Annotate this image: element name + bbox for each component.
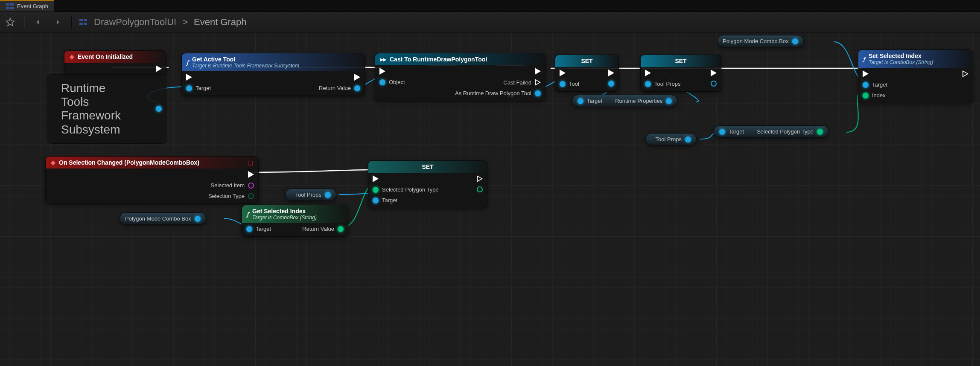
- exec-pin-out[interactable]: [608, 70, 614, 76]
- node-header: ◈ Event On Initialized: [64, 51, 166, 63]
- node-title: Get Active Tool: [192, 56, 299, 63]
- node-title: Get Selected Index: [252, 208, 317, 215]
- node-header: 𝑓 Get Active Tool Target is Runtime Tool…: [182, 53, 365, 71]
- pin-label: Return Value: [319, 85, 351, 91]
- exec-pin-out[interactable]: [156, 65, 162, 72]
- node-var-polygon-mode-combo-box-2[interactable]: Polygon Mode Combo Box: [120, 212, 206, 225]
- node-header: SET: [368, 161, 487, 173]
- nav-back-icon[interactable]: [32, 16, 44, 28]
- text: Framework: [61, 109, 146, 122]
- selection-type-pin[interactable]: [248, 193, 254, 199]
- pin-label: Selected Polygon Type: [382, 186, 439, 193]
- output-pin[interactable]: [685, 137, 691, 142]
- text: Runtime: [61, 81, 146, 95]
- set-label: SET: [422, 163, 433, 170]
- output-pin[interactable]: [792, 38, 798, 44]
- target-pin[interactable]: [578, 98, 583, 104]
- as-pin[interactable]: [535, 90, 541, 96]
- exec-pin-in[interactable]: [379, 68, 385, 75]
- text: Tools: [61, 95, 146, 109]
- text: Subsystem: [61, 123, 146, 137]
- toolbar-separator: [71, 16, 72, 29]
- node-header: ▸▸ Cast To RuntimeDrawPolygonTool: [375, 53, 545, 65]
- target-pin[interactable]: [246, 226, 252, 232]
- exec-pin-out[interactable]: [477, 175, 483, 182]
- node-var-polygon-mode-combo-box[interactable]: Polygon Mode Combo Box: [717, 35, 804, 47]
- node-header: SET: [555, 55, 618, 67]
- target-pin[interactable]: [186, 85, 192, 91]
- node-var-tool-props-2[interactable]: Tool Props: [285, 189, 336, 201]
- pin-label: Target: [872, 81, 887, 88]
- tab-event-graph[interactable]: Event Graph: [0, 0, 54, 12]
- node-set-selected-polygon-type[interactable]: SET Selected Polygon Type Target: [368, 160, 487, 208]
- breadcrumb: DrawPolygonToolUI > Event Graph: [79, 17, 247, 28]
- exec-pin-out[interactable]: [711, 70, 717, 76]
- nav-forward-icon[interactable]: [52, 16, 64, 28]
- toolprops-pin-in[interactable]: [645, 81, 651, 87]
- node-set-tool-props[interactable]: SET Tool Props: [640, 55, 721, 92]
- set-label: SET: [581, 58, 592, 64]
- tool-pin-in[interactable]: [560, 81, 566, 87]
- sel-poly-pin[interactable]: [373, 187, 379, 193]
- sel-poly-out-pin[interactable]: [477, 186, 483, 192]
- node-selected-polygon-type[interactable]: Target Selected Polygon Type: [714, 125, 828, 138]
- graph-canvas[interactable]: ◈ Event On Initialized Runtime Tools Fra…: [0, 32, 980, 366]
- node-set-selected-index[interactable]: 𝑓 Set Selected Index Target is ComboBox …: [858, 49, 973, 103]
- toolbar-separator: [24, 16, 24, 29]
- breadcrumb-separator: >: [182, 17, 188, 28]
- exec-pin-in[interactable]: [863, 70, 869, 77]
- toolprops-pin-out[interactable]: [711, 81, 717, 87]
- tab-bar: Event Graph: [0, 0, 980, 12]
- node-subsystem-variable[interactable]: Runtime Tools Framework Subsystem: [47, 74, 166, 144]
- exec-pin-out[interactable]: [248, 171, 254, 178]
- exec-pin-in[interactable]: [373, 175, 379, 182]
- node-header: 𝑓 Get Selected Index Target is ComboBox …: [242, 205, 348, 223]
- output-pin[interactable]: [666, 98, 672, 104]
- tool-pin-out[interactable]: [608, 81, 614, 87]
- node-header: 𝑓 Set Selected Index Target is ComboBox …: [858, 50, 973, 68]
- exec-pin-out[interactable]: [535, 68, 541, 75]
- pin-label: Cast Failed: [503, 79, 531, 86]
- output-pin[interactable]: [156, 106, 162, 112]
- exec-pin-out[interactable]: [962, 70, 968, 77]
- pin-label: Polygon Mode Combo Box: [125, 215, 191, 222]
- pin-label: Object: [389, 79, 405, 85]
- node-runtime-properties[interactable]: Target Runtime Properties: [572, 95, 677, 107]
- index-pin[interactable]: [863, 93, 869, 99]
- tab-label: Event Graph: [17, 3, 48, 9]
- output-pin[interactable]: [817, 129, 823, 135]
- exec-pin-out[interactable]: [354, 74, 360, 81]
- node-get-selected-index[interactable]: 𝑓 Get Selected Index Target is ComboBox …: [242, 205, 348, 237]
- set-label: SET: [675, 58, 686, 64]
- pin-label: Target: [256, 226, 271, 232]
- node-subtitle: Target is ComboBox (String): [869, 59, 933, 65]
- return-pin[interactable]: [354, 85, 360, 91]
- exec-pin-in[interactable]: [186, 74, 192, 81]
- node-set-tool[interactable]: SET Tool: [555, 55, 619, 92]
- target-pin[interactable]: [863, 82, 869, 88]
- node-subtitle: Target is Runtime Tools Framework Subsys…: [192, 63, 299, 69]
- exec-pin-in[interactable]: [645, 70, 651, 76]
- node-header: ◈ On Selection Changed (PolygonModeCombo…: [46, 157, 258, 168]
- breadcrumb-current: Event Graph: [194, 17, 247, 28]
- breadcrumb-item[interactable]: DrawPolygonToolUI: [94, 17, 176, 28]
- return-pin[interactable]: [338, 226, 344, 232]
- output-pin[interactable]: [195, 216, 201, 222]
- target-pin[interactable]: [373, 198, 379, 203]
- blueprint-icon: [6, 3, 15, 10]
- exec-pin-cast-failed[interactable]: [535, 79, 541, 86]
- pin-label: Tool Props: [654, 81, 680, 87]
- favorite-star-icon[interactable]: [4, 16, 16, 28]
- exec-pin-in[interactable]: [560, 70, 566, 76]
- target-pin[interactable]: [719, 129, 725, 135]
- output-pin[interactable]: [325, 192, 331, 198]
- object-pin[interactable]: [379, 79, 385, 85]
- node-event-on-selection-changed[interactable]: ◈ On Selection Changed (PolygonModeCombo…: [45, 156, 259, 204]
- node-cast-to[interactable]: ▸▸ Cast To RuntimeDrawPolygonTool Object…: [375, 53, 545, 101]
- node-event-on-initialized[interactable]: ◈ Event On Initialized: [64, 50, 166, 77]
- pin-label: Target: [195, 85, 211, 91]
- selected-item-pin[interactable]: [248, 183, 254, 189]
- node-var-tool-props[interactable]: Tool Props: [645, 133, 697, 145]
- node-get-active-tool[interactable]: 𝑓 Get Active Tool Target is Runtime Tool…: [181, 53, 365, 96]
- node-title: Cast To RuntimeDrawPolygonTool: [390, 56, 487, 63]
